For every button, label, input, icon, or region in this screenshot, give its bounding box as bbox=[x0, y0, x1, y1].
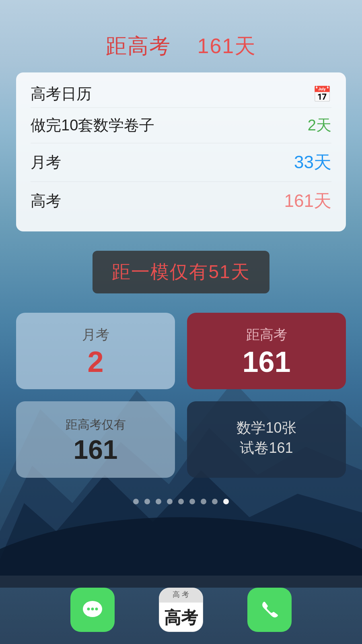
card-row-math-value: 2天 bbox=[308, 115, 331, 136]
phone-handset-icon bbox=[259, 599, 281, 621]
card-title-row: 高考日历 📅 bbox=[31, 84, 331, 108]
svg-point-7 bbox=[95, 608, 98, 611]
info-card: 高考日历 📅 做完10套数学卷子 2天 月考 33天 高考 161天 bbox=[16, 72, 346, 231]
svg-point-6 bbox=[91, 608, 94, 611]
widget-gaokao-days[interactable]: 距高考 161 bbox=[187, 313, 346, 389]
widget-gaokao-label: 距高考 bbox=[246, 326, 287, 344]
banner-text: 距一模仅有51天 bbox=[112, 261, 250, 282]
widget-gaokao-only[interactable]: 距高考仅有 161 bbox=[16, 401, 175, 478]
dot-8[interactable] bbox=[212, 499, 218, 504]
messages-bubble-icon bbox=[80, 598, 105, 622]
dock-app-top-bar: 高 考 bbox=[159, 588, 203, 603]
widget-monthly-label: 月考 bbox=[82, 326, 109, 344]
banner[interactable]: 距一模仅有51天 bbox=[93, 251, 269, 293]
top-countdown-label: 距高考 bbox=[106, 34, 171, 58]
widget-gaokao-only-label: 距高考仅有 bbox=[66, 417, 126, 433]
card-row-monthly: 月考 33天 bbox=[31, 143, 331, 182]
widget-monthly-number: 2 bbox=[87, 347, 103, 376]
dock-app-main-text: 高考 bbox=[164, 603, 198, 632]
dot-4[interactable] bbox=[167, 499, 173, 504]
widget-math-label: 数学10张试卷161 bbox=[237, 418, 296, 458]
card-row-math: 做完10套数学卷子 2天 bbox=[31, 108, 331, 143]
dot-9[interactable] bbox=[223, 499, 229, 504]
widget-gaokao-number: 161 bbox=[242, 347, 290, 376]
widget-grid: 月考 2 距高考 161 距高考仅有 161 数学10张试卷161 bbox=[16, 313, 346, 478]
dot-3[interactable] bbox=[156, 499, 161, 504]
dot-6[interactable] bbox=[189, 499, 195, 504]
dock-phone-icon[interactable] bbox=[247, 588, 292, 632]
widget-math-papers[interactable]: 数学10张试卷161 bbox=[187, 401, 346, 478]
dock-messages-icon[interactable] bbox=[70, 588, 115, 632]
dock: 高 考 高考 bbox=[0, 576, 362, 644]
calendar-icon: 📅 bbox=[313, 85, 331, 103]
widget-monthly-exam[interactable]: 月考 2 bbox=[16, 313, 175, 389]
card-row-monthly-label: 月考 bbox=[31, 152, 61, 173]
dot-2[interactable] bbox=[144, 499, 150, 504]
top-countdown-number: 161天 bbox=[197, 34, 257, 58]
card-row-gaokao: 高考 161天 bbox=[31, 182, 331, 220]
card-row-gaokao-value: 161天 bbox=[284, 189, 331, 213]
card-row-monthly-value: 33天 bbox=[294, 151, 331, 174]
dock-gaokao-app[interactable]: 高 考 高考 bbox=[159, 588, 203, 632]
card-row-math-label: 做完10套数学卷子 bbox=[31, 115, 154, 136]
page-dots bbox=[133, 499, 229, 504]
top-countdown: 距高考 161天 bbox=[106, 32, 257, 60]
dot-5[interactable] bbox=[178, 499, 184, 504]
dot-1[interactable] bbox=[133, 499, 139, 504]
card-title: 高考日历 bbox=[31, 84, 92, 104]
widget-gaokao-only-number: 161 bbox=[73, 436, 117, 463]
card-row-gaokao-label: 高考 bbox=[31, 191, 61, 211]
dot-7[interactable] bbox=[201, 499, 206, 504]
svg-point-5 bbox=[87, 608, 90, 611]
